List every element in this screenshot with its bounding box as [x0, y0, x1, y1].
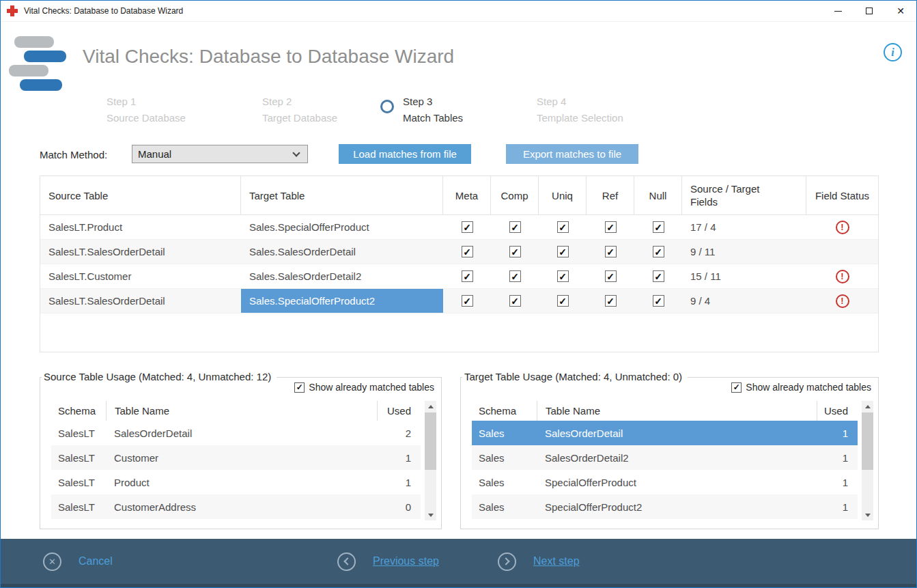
- cancel-button[interactable]: ✕ Cancel: [43, 539, 113, 584]
- meta-checkbox[interactable]: [462, 246, 473, 257]
- scroll-up-icon[interactable]: [862, 401, 873, 412]
- list-item[interactable]: SalesLT SalesOrderDetail 2: [51, 421, 421, 445]
- table-row[interactable]: SalesLT.Product Sales.SpecialOfferProduc…: [40, 215, 878, 240]
- minimize-button[interactable]: [822, 1, 853, 21]
- page-title: Vital Checks: Database to Database Wizar…: [83, 46, 454, 68]
- close-icon: ✕: [897, 6, 905, 16]
- target-show-matched-toggle[interactable]: Show already matched tables: [731, 382, 871, 393]
- match-table: Source Table Target Table Meta Comp Uniq…: [40, 176, 879, 352]
- ref-checkbox[interactable]: [605, 221, 617, 233]
- scroll-down-icon[interactable]: [862, 509, 873, 520]
- maximize-button[interactable]: [853, 1, 885, 21]
- schema-cell: SalesLT: [51, 494, 106, 519]
- source-show-matched-toggle[interactable]: Show already matched tables: [294, 382, 434, 393]
- checkbox-checked-icon[interactable]: [731, 382, 742, 393]
- match-table-header: Source Table Target Table Meta Comp Uniq…: [40, 176, 878, 215]
- target-usage-scrollbar[interactable]: [862, 401, 873, 520]
- table-name-cell: SalesOrderDetail: [106, 421, 377, 445]
- warning-icon[interactable]: [836, 294, 849, 308]
- table-row[interactable]: SalesLT.SalesOrderDetail Sales.SpecialOf…: [40, 289, 878, 313]
- fields-count-cell: 17 / 4: [682, 215, 806, 239]
- source-table-cell[interactable]: SalesLT.Customer: [40, 264, 241, 288]
- col-header-ref: Ref: [587, 176, 634, 214]
- step-4-sublabel: Template Selection: [537, 110, 623, 126]
- source-table-cell[interactable]: SalesLT.SalesOrderDetail: [40, 289, 241, 313]
- target-table-cell[interactable]: Sales.SpecialOfferProduct: [241, 215, 443, 239]
- table-row[interactable]: SalesLT.SalesOrderDetail Sales.SalesOrde…: [40, 240, 878, 264]
- close-button[interactable]: ✕: [885, 1, 916, 21]
- previous-step-label: Previous step: [373, 555, 439, 568]
- export-matches-button[interactable]: Export matches to file: [506, 144, 638, 164]
- table-row[interactable]: SalesLT.Customer Sales.SalesOrderDetail2…: [40, 264, 878, 289]
- col-header-table-name: Table Name: [537, 401, 817, 421]
- step-2-sublabel: Target Database: [262, 110, 337, 126]
- chevron-right-icon: [498, 552, 516, 571]
- ref-checkbox[interactable]: [605, 295, 617, 307]
- source-table-cell[interactable]: SalesLT.SalesOrderDetail: [40, 240, 241, 264]
- source-usage-title: Source Table Usage (Matched: 4, Unmatche…: [42, 371, 277, 382]
- scrollbar-thumb[interactable]: [425, 412, 436, 470]
- used-count-cell: 1: [817, 421, 858, 445]
- uniq-checkbox[interactable]: [557, 295, 569, 307]
- used-count-cell: 1: [817, 494, 858, 519]
- target-usage-table: Schema Table Name Used Sales SalesOrderD…: [472, 401, 858, 519]
- used-count-cell: 2: [377, 421, 421, 445]
- target-table-cell[interactable]: Sales.SalesOrderDetail: [241, 240, 443, 264]
- target-show-matched-label: Show already matched tables: [746, 382, 871, 393]
- load-matches-button[interactable]: Load matches from file: [339, 144, 471, 164]
- scrollbar-thumb[interactable]: [862, 412, 873, 470]
- list-item[interactable]: Sales SalesOrderDetail2 1: [472, 445, 858, 470]
- titlebar[interactable]: Vital Checks: Database to Database Wizar…: [1, 1, 916, 22]
- meta-checkbox[interactable]: [462, 295, 473, 307]
- col-header-table-name: Table Name: [106, 401, 377, 421]
- chevron-left-icon: [337, 552, 356, 571]
- schema-cell: Sales: [472, 494, 537, 519]
- uniq-checkbox[interactable]: [557, 246, 569, 257]
- info-icon[interactable]: i: [884, 43, 902, 61]
- match-method-dropdown[interactable]: Manual: [132, 145, 308, 163]
- chevron-down-icon: [292, 149, 300, 156]
- list-item[interactable]: SalesLT Customer 1: [51, 445, 421, 470]
- list-item[interactable]: Sales SpecialOfferProduct 1: [472, 470, 858, 494]
- list-item[interactable]: Sales SpecialOfferProduct2 1: [472, 494, 858, 519]
- table-name-cell: SalesOrderDetail2: [537, 445, 817, 470]
- source-table-cell[interactable]: SalesLT.Product: [40, 215, 241, 239]
- cancel-icon: ✕: [43, 552, 61, 571]
- warning-icon[interactable]: [836, 221, 849, 234]
- meta-checkbox[interactable]: [462, 270, 473, 282]
- ref-checkbox[interactable]: [605, 246, 617, 257]
- checkbox-checked-icon[interactable]: [294, 382, 305, 393]
- next-step-button[interactable]: Next step: [498, 539, 580, 584]
- uniq-checkbox[interactable]: [557, 270, 569, 282]
- scroll-up-icon[interactable]: [425, 401, 436, 412]
- warning-icon[interactable]: [836, 270, 849, 283]
- step-1-label: Step 1: [107, 94, 186, 110]
- comp-checkbox[interactable]: [509, 246, 521, 257]
- list-item-selected[interactable]: Sales SalesOrderDetail 1: [472, 421, 858, 445]
- step-4: Step 4 Template Selection: [537, 94, 623, 126]
- scroll-down-icon[interactable]: [425, 509, 436, 520]
- col-header-schema: Schema: [472, 401, 537, 421]
- uniq-checkbox[interactable]: [557, 221, 569, 233]
- source-usage-header: Schema Table Name Used: [51, 401, 421, 421]
- null-checkbox[interactable]: [653, 270, 664, 282]
- list-item[interactable]: SalesLT Product 1: [51, 470, 421, 494]
- comp-checkbox[interactable]: [509, 270, 521, 282]
- logo-bar: [14, 36, 54, 48]
- step-1: Step 1 Source Database: [107, 94, 186, 126]
- comp-checkbox[interactable]: [509, 221, 521, 233]
- previous-step-button[interactable]: Previous step: [337, 539, 439, 584]
- comp-checkbox[interactable]: [509, 295, 521, 307]
- null-checkbox[interactable]: [653, 246, 664, 257]
- meta-checkbox[interactable]: [462, 221, 473, 233]
- list-item[interactable]: SalesLT CustomerAddress 0: [51, 494, 421, 519]
- step-3-sublabel: Match Tables: [403, 110, 463, 126]
- source-usage-scrollbar[interactable]: [425, 401, 436, 520]
- next-step-label: Next step: [533, 555, 580, 568]
- match-method-value: Manual: [138, 148, 171, 160]
- ref-checkbox[interactable]: [605, 270, 617, 282]
- target-table-cell-selected[interactable]: Sales.SpecialOfferProduct2: [241, 289, 443, 313]
- target-table-cell[interactable]: Sales.SalesOrderDetail2: [241, 264, 443, 288]
- null-checkbox[interactable]: [653, 295, 664, 307]
- null-checkbox[interactable]: [653, 221, 664, 233]
